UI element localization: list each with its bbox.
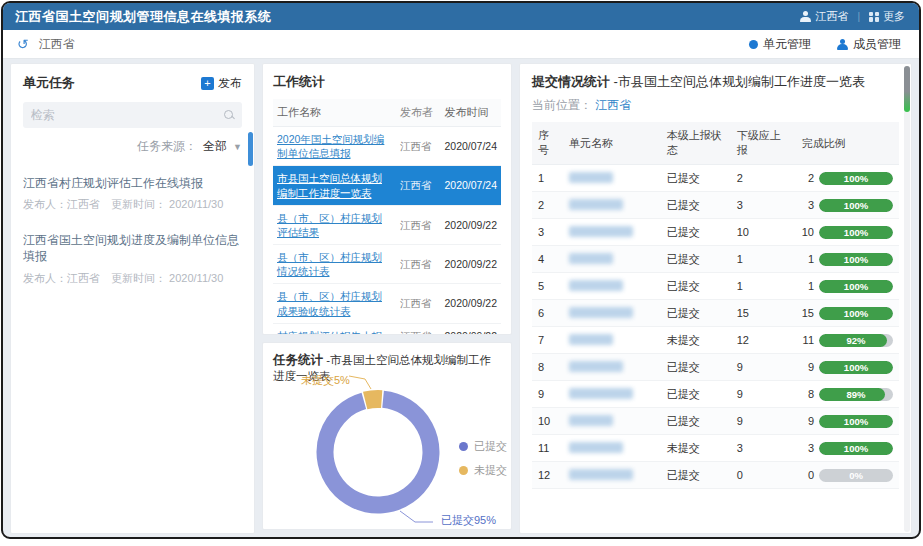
unit-name[interactable]: [563, 300, 661, 327]
submitted-count: 11: [803, 334, 814, 346]
completion-percent: 100%: [819, 172, 893, 185]
completion-pill: 100%: [819, 307, 893, 320]
progress-row[interactable]: 1已提交22100%: [532, 165, 899, 192]
work-row[interactable]: 村庄规划评估报告上报江西省2020/09/22: [273, 323, 501, 334]
work-name-link[interactable]: 县（市、区）村庄规划评估结果: [277, 212, 382, 238]
work-row[interactable]: 县（市、区）村庄规划评估结果江西省2020/09/22: [273, 205, 501, 244]
completion-pill: 100%: [819, 415, 893, 428]
work-row[interactable]: 市县国土空间总体规划编制工作进度一览表江西省2020/07/24: [273, 166, 501, 205]
work-name-link[interactable]: 县（市、区）村庄规划成果验收统计表: [277, 290, 382, 316]
more-menu[interactable]: 更多: [869, 9, 905, 24]
work-name-link[interactable]: 2020年国土空间规划编制单位信息填报: [277, 133, 384, 159]
progress-row[interactable]: 10已提交99100%: [532, 408, 899, 435]
work-name-link[interactable]: 村庄规划评估报告上报: [277, 330, 382, 335]
progress-row[interactable]: 11未提交33100%: [532, 435, 899, 462]
progress-row[interactable]: 2已提交33100%: [532, 192, 899, 219]
required-count: 3: [731, 192, 796, 219]
legend-item[interactable]: 未提交: [459, 463, 507, 478]
work-name-link[interactable]: 市县国土空间总体规划编制工作进度一览表: [277, 172, 382, 198]
titlebar-right: 江西省 | 更多: [800, 9, 905, 24]
submission-title-rest: -市县国土空间总体规划编制工作进度一览表: [610, 74, 865, 89]
search-icon[interactable]: [224, 110, 234, 120]
task-source-filter: 任务来源： 全部 ▼: [23, 138, 242, 155]
unit-tasks-panel: 单元任务 + 发布 任务来源： 全部 ▼ 江西省村庄规划评估工作在线填报发布人：…: [10, 63, 255, 534]
work-row[interactable]: 县（市、区）村庄规划成果验收统计表江西省2020/09/22: [273, 284, 501, 323]
unit-name[interactable]: [563, 408, 661, 435]
completion-pill: 100%: [819, 199, 893, 212]
progress-row[interactable]: 5已提交11100%: [532, 273, 899, 300]
completion-pill: 0%: [819, 469, 893, 482]
unit-name[interactable]: [563, 273, 661, 300]
right-scrollbar-thumb[interactable]: [904, 66, 910, 112]
user-menu[interactable]: 江西省: [800, 9, 848, 24]
location-link[interactable]: 江西省: [595, 98, 631, 112]
back-icon[interactable]: ↻: [17, 37, 29, 51]
member-management-button[interactable]: 成员管理: [837, 36, 901, 53]
unit-name[interactable]: [563, 327, 661, 354]
progress-row[interactable]: 4已提交11100%: [532, 246, 899, 273]
report-status: 已提交: [661, 219, 731, 246]
work-publisher: 江西省: [396, 284, 440, 323]
legend-label: 未提交: [474, 463, 507, 478]
progress-row[interactable]: 12已提交000%: [532, 462, 899, 489]
submission-stats-title: 提交情况统计 -市县国土空间总体规划编制工作进度一览表: [532, 73, 899, 91]
unit-name[interactable]: [563, 381, 661, 408]
circle-icon: [749, 40, 758, 49]
unit-name-redacted: [569, 199, 623, 210]
task-list-item[interactable]: 江西省国土空间规划进度及编制单位信息填报发布人：江西省 更新时间： 2020/1…: [23, 232, 242, 285]
legend-item[interactable]: 已提交: [459, 439, 507, 454]
filter-value[interactable]: 全部: [203, 138, 227, 155]
completion-percent: 100%: [819, 442, 893, 455]
member-icon: [837, 39, 848, 50]
work-publisher: 江西省: [396, 323, 440, 334]
completion-cell: 00%: [796, 462, 899, 489]
required-count: 10: [731, 219, 796, 246]
work-row[interactable]: 2020年国土空间规划编制单位信息填报江西省2020/07/24: [273, 127, 501, 166]
completion-cell: 2100%: [796, 165, 899, 192]
task-stats-card: 任务统计 -市县国土空间总体规划编制工作进度一览表 未提交5% 已提交95% 已…: [262, 342, 512, 530]
work-name-link[interactable]: 县（市、区）村庄规划情况统计表: [277, 251, 382, 277]
more-label: 更多: [883, 9, 905, 24]
unit-name-redacted: [569, 361, 623, 372]
left-scrollbar-thumb[interactable]: [248, 132, 253, 166]
unit-name[interactable]: [563, 246, 661, 273]
task-title[interactable]: 江西省国土空间规划进度及编制单位信息填报: [23, 232, 242, 264]
unit-name-redacted: [569, 334, 613, 345]
row-number: 5: [532, 273, 563, 300]
row-number: 7: [532, 327, 563, 354]
work-date: 2020/09/22: [440, 245, 501, 284]
unit-name[interactable]: [563, 192, 661, 219]
work-stats-card: 工作统计 工作名称发布者发布时间 2020年国土空间规划编制单位信息填报江西省2…: [262, 63, 512, 335]
completion-percent: 100%: [819, 280, 893, 293]
progress-row[interactable]: 6已提交1515100%: [532, 300, 899, 327]
unit-name[interactable]: [563, 219, 661, 246]
report-status: 已提交: [661, 300, 731, 327]
unit-name[interactable]: [563, 354, 661, 381]
unit-name-redacted: [569, 280, 623, 291]
chevron-down-icon[interactable]: ▼: [233, 142, 242, 152]
completion-pill: 100%: [819, 361, 893, 374]
right-scrollbar-track[interactable]: [904, 66, 910, 532]
completion-cell: 1100%: [796, 273, 899, 300]
publish-button[interactable]: + 发布: [201, 75, 242, 92]
progress-row[interactable]: 3已提交1010100%: [532, 219, 899, 246]
unit-name[interactable]: [563, 435, 661, 462]
column-header: 本级上报状态: [661, 122, 731, 165]
task-list-item[interactable]: 江西省村庄规划评估工作在线填报发布人：江西省 更新时间： 2020/11/30: [23, 175, 242, 212]
search-input[interactable]: [31, 108, 224, 122]
completion-pill: 100%: [819, 280, 893, 293]
report-status: 已提交: [661, 462, 731, 489]
work-row[interactable]: 县（市、区）村庄规划情况统计表江西省2020/09/22: [273, 245, 501, 284]
unit-management-button[interactable]: 单元管理: [749, 36, 811, 53]
progress-row[interactable]: 7未提交121192%: [532, 327, 899, 354]
unit-name[interactable]: [563, 462, 661, 489]
task-title[interactable]: 江西省村庄规划评估工作在线填报: [23, 175, 242, 191]
submitted-count: 15: [802, 307, 814, 319]
breadcrumb[interactable]: 江西省: [39, 36, 75, 53]
completion-cell: 3100%: [796, 192, 899, 219]
progress-row[interactable]: 8已提交99100%: [532, 354, 899, 381]
submitted-count: 10: [802, 226, 814, 238]
unit-name[interactable]: [563, 165, 661, 192]
progress-row[interactable]: 9已提交9889%: [532, 381, 899, 408]
task-stats-title-bold: 任务统计: [273, 353, 323, 367]
